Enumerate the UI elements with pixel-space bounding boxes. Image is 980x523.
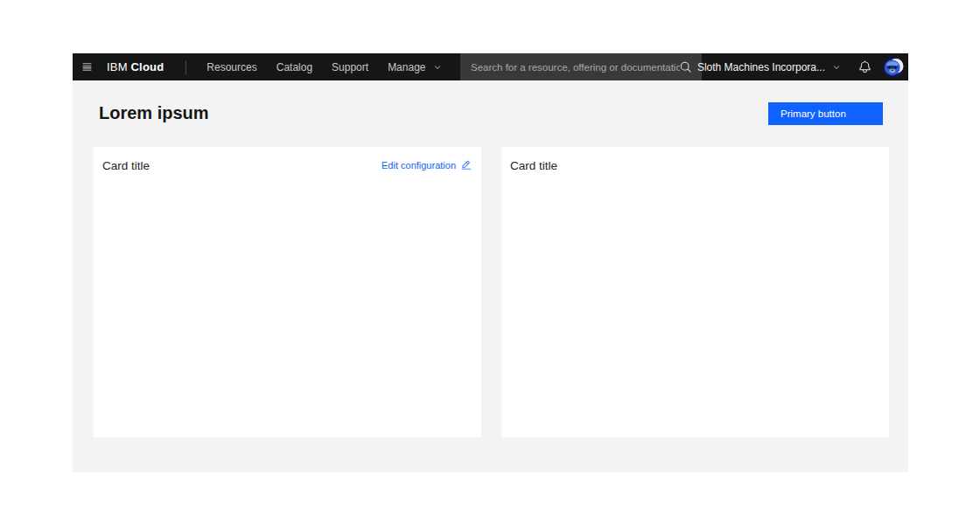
card-right: Card title: [501, 147, 889, 437]
card-title: Card title: [102, 159, 150, 172]
primary-button[interactable]: Primary button: [768, 102, 883, 125]
header-nav: Resources Catalog Support Manage: [206, 61, 441, 73]
ibm-cloud-logo[interactable]: IBM Cloud: [107, 60, 164, 73]
header-divider: [186, 60, 186, 74]
brand-prefix: IBM: [107, 60, 128, 73]
brand-suffix: Cloud: [131, 60, 164, 73]
cards-row: Card title Edit configuration Card title: [94, 147, 889, 437]
nav-item-resources[interactable]: Resources: [206, 61, 256, 73]
header-right-group: Sloth Machines Incorpora...: [697, 53, 904, 80]
chevron-down-icon[interactable]: [832, 63, 841, 72]
search-input[interactable]: [460, 62, 680, 73]
top-navigation-bar: IBM Cloud Resources Catalog Support Mana…: [73, 53, 908, 80]
account-switcher[interactable]: Sloth Machines Incorpora...: [697, 61, 825, 73]
sloth-avatar[interactable]: [883, 57, 904, 78]
edit-configuration-link[interactable]: Edit configuration: [382, 160, 472, 171]
bell-icon[interactable]: [858, 60, 872, 73]
card-left: Card title Edit configuration: [94, 147, 481, 437]
search-icon[interactable]: [680, 61, 692, 73]
ibm-cloud-app: IBM Cloud Resources Catalog Support Mana…: [73, 53, 908, 472]
nav-item-manage[interactable]: Manage: [388, 61, 425, 73]
hamburger-menu-icon[interactable]: [81, 60, 94, 73]
nav-item-support[interactable]: Support: [332, 61, 368, 73]
header-search: [460, 53, 702, 80]
nav-item-catalog[interactable]: Catalog: [276, 61, 312, 73]
edit-configuration-label: Edit configuration: [382, 160, 456, 171]
page-title: Lorem ipsum: [99, 103, 209, 123]
card-title: Card title: [510, 159, 557, 172]
edit-pencil-icon: [461, 160, 472, 171]
chevron-down-icon[interactable]: [433, 63, 442, 72]
